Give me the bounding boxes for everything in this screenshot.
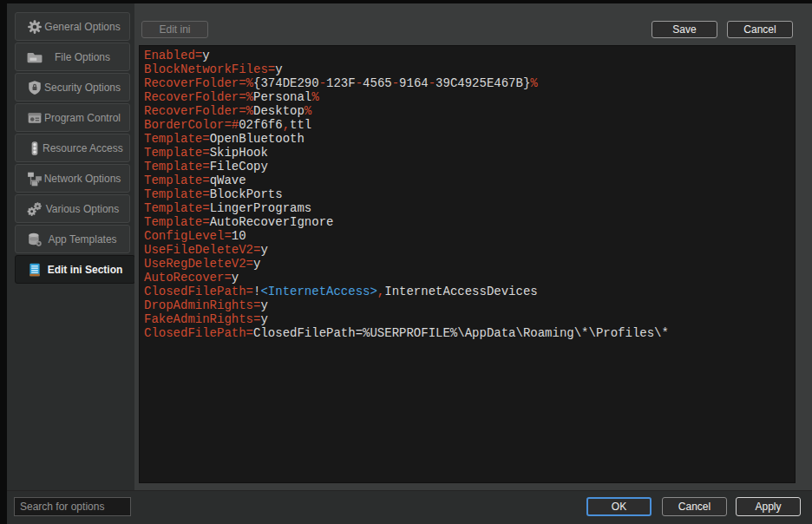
sidebar-item-label: Security Options (43, 82, 129, 94)
sidebar-item-resource-access[interactable]: Resource Access (15, 134, 130, 162)
sidebar-item-network-options[interactable]: Network Options (15, 164, 130, 193)
notepad-icon (27, 262, 43, 278)
sidebar-item-various-options[interactable]: Various Options (15, 194, 130, 223)
traffic-light-icon (27, 141, 43, 156)
code-line: BorderColor=#02f6f6,ttl (144, 118, 795, 132)
code-line: FakeAdminRights=y (144, 312, 795, 326)
ini-editor[interactable]: Enabled=yBlockNetworkFiles=yRecoverFolde… (139, 45, 796, 483)
ok-button[interactable]: OK (586, 497, 652, 516)
code-line: RecoverFolder=%{374DE290-123F-4565-9164-… (144, 76, 795, 90)
code-line: RecoverFolder=%Desktop% (144, 104, 795, 118)
code-line: ConfigLevel=10 (144, 229, 795, 243)
cancel-button-top[interactable]: Cancel (727, 21, 793, 38)
folder-icon (27, 49, 43, 65)
main-panel: Edit ini Save Cancel Enabled=yBlockNetwo… (134, 3, 812, 490)
sidebar-item-label: Edit ini Section (43, 264, 134, 276)
code-line: Template=BlockPorts (144, 187, 795, 201)
code-line: ClosedFilePath=!<InternetAccess>,Interne… (144, 285, 795, 298)
save-button[interactable]: Save (652, 21, 717, 38)
sidebar-item-app-templates[interactable]: App Templates (15, 225, 130, 253)
search-input[interactable] (14, 497, 131, 516)
sidebar-item-file-options[interactable]: File Options (15, 43, 130, 71)
gears-icon (27, 201, 43, 217)
sidebar-item-label: Resource Access (43, 142, 130, 154)
shield-lock-icon (27, 80, 43, 95)
code-line: DropAdminRights=y (144, 298, 795, 312)
code-line: Template=qWave (144, 174, 795, 187)
sidebar-item-label: Network Options (43, 173, 129, 185)
code-line: ClosedFilePath=ClosedFilePath=%USERPROFI… (144, 326, 795, 340)
edit-ini-button[interactable]: Edit ini (141, 21, 208, 38)
code-line: Template=OpenBluetooth (144, 132, 795, 146)
gear-icon (27, 19, 43, 35)
code-line: Template=FileCopy (144, 160, 795, 174)
sidebar-item-label: Program Control (43, 112, 129, 124)
bottom-bar: OK Cancel Apply (7, 490, 812, 524)
code-line: BlockNetworkFiles=y (144, 62, 795, 76)
sidebar-item-security-options[interactable]: Security Options (15, 73, 130, 102)
sidebar-tabs: General OptionsFile OptionsSecurity Opti… (7, 3, 134, 284)
code-line: Enabled=y (144, 49, 795, 62)
sidebar-item-label: File Options (43, 51, 129, 63)
apply-button[interactable]: Apply (736, 497, 801, 516)
sidebar-item-edit-ini-section[interactable]: Edit ini Section (15, 255, 135, 284)
program-window-icon (27, 110, 43, 126)
network-icon (27, 171, 43, 187)
cancel-button-bottom[interactable]: Cancel (662, 497, 727, 516)
database-gear-icon (27, 232, 43, 247)
code-line: Template=AutoRecoverIgnore (144, 215, 795, 229)
code-line: Template=SkipHook (144, 146, 795, 160)
code-line: AutoRecover=y (144, 271, 795, 285)
code-line: Template=LingerPrograms (144, 201, 795, 215)
sidebar-item-label: App Templates (43, 233, 129, 246)
settings-window: General OptionsFile OptionsSecurity Opti… (0, 0, 812, 524)
code-line: UseFileDeleteV2=y (144, 243, 795, 257)
sidebar-item-program-control[interactable]: Program Control (15, 103, 130, 132)
sidebar-item-label: General Options (43, 21, 129, 33)
sidebar-item-label: Various Options (43, 203, 129, 215)
code-line: UseRegDeleteV2=y (144, 257, 795, 271)
sidebar: General OptionsFile OptionsSecurity Opti… (7, 3, 134, 490)
sidebar-item-general-options[interactable]: General Options (15, 12, 130, 41)
code-line: RecoverFolder=%Personal% (144, 90, 795, 104)
